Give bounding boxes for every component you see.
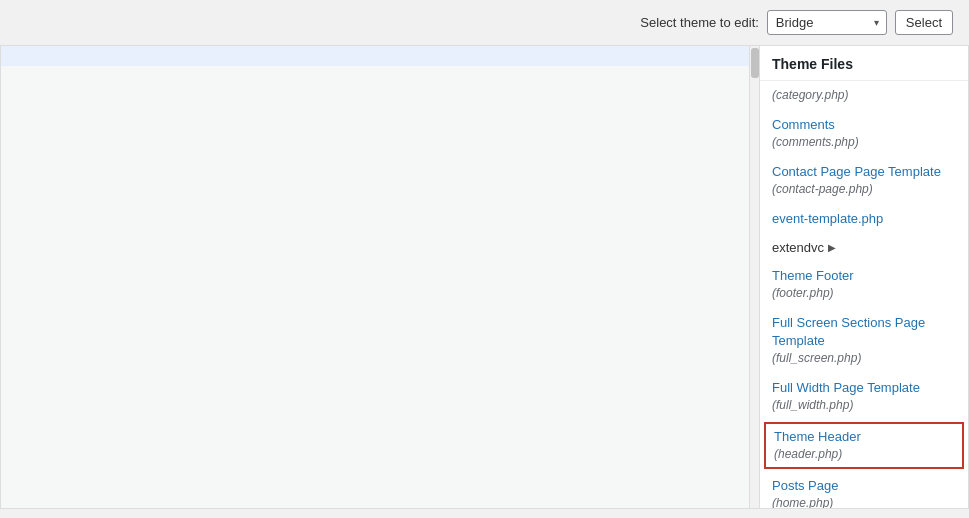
file-name: Theme Header xyxy=(774,428,954,446)
theme-selector-bar: Select theme to edit: Bridge ▾ Select xyxy=(0,0,969,45)
editor-panel[interactable] xyxy=(0,45,759,509)
list-item[interactable]: Theme Footer (footer.php) xyxy=(760,261,968,308)
files-panel-header: Theme Files xyxy=(760,46,968,81)
file-path: (contact-page.php) xyxy=(772,181,956,198)
select-theme-button[interactable]: Select xyxy=(895,10,953,35)
file-name: event-template.php xyxy=(772,210,956,228)
file-name: Theme Footer xyxy=(772,267,956,285)
files-panel: Theme Files (category.php) Comments (com… xyxy=(759,45,969,509)
file-name: Full Width Page Template xyxy=(772,379,956,397)
file-path: (home.php) xyxy=(772,495,956,508)
file-name: Comments xyxy=(772,116,956,134)
list-item[interactable]: Full Width Page Template (full_width.php… xyxy=(760,373,968,420)
list-item-folder[interactable]: extendvc ▶ xyxy=(760,234,968,261)
list-item[interactable]: (category.php) xyxy=(760,81,968,110)
editor-highlight-row xyxy=(1,46,749,66)
file-name: Contact Page Page Template xyxy=(772,163,956,181)
file-path: (comments.php) xyxy=(772,134,956,151)
list-item-selected[interactable]: Theme Header (header.php) xyxy=(764,422,964,469)
chevron-right-icon: ▶ xyxy=(828,242,836,253)
file-path: (category.php) xyxy=(772,87,956,104)
file-name: Full Screen Sections Page Template xyxy=(772,314,956,350)
page-wrapper: Select theme to edit: Bridge ▾ Select Th… xyxy=(0,0,969,518)
files-list[interactable]: (category.php) Comments (comments.php) C… xyxy=(760,81,968,508)
file-path: (full_width.php) xyxy=(772,397,956,414)
list-item[interactable]: Full Screen Sections Page Template (full… xyxy=(760,308,968,373)
file-path: (footer.php) xyxy=(772,285,956,302)
theme-selector-label: Select theme to edit: xyxy=(640,15,759,30)
theme-select-wrapper: Bridge ▾ xyxy=(767,10,887,35)
file-path: (header.php) xyxy=(774,446,954,463)
theme-dropdown[interactable]: Bridge xyxy=(767,10,887,35)
list-item[interactable]: Contact Page Page Template (contact-page… xyxy=(760,157,968,204)
editor-scrollbar-thumb[interactable] xyxy=(751,48,759,78)
folder-name: extendvc xyxy=(772,240,824,255)
main-content: Theme Files (category.php) Comments (com… xyxy=(0,45,969,509)
list-item[interactable]: Posts Page (home.php) xyxy=(760,471,968,508)
list-item[interactable]: event-template.php xyxy=(760,204,968,234)
file-path: (full_screen.php) xyxy=(772,350,956,367)
file-name: Posts Page xyxy=(772,477,956,495)
list-item[interactable]: Comments (comments.php) xyxy=(760,110,968,157)
editor-scrollbar[interactable] xyxy=(749,46,759,508)
